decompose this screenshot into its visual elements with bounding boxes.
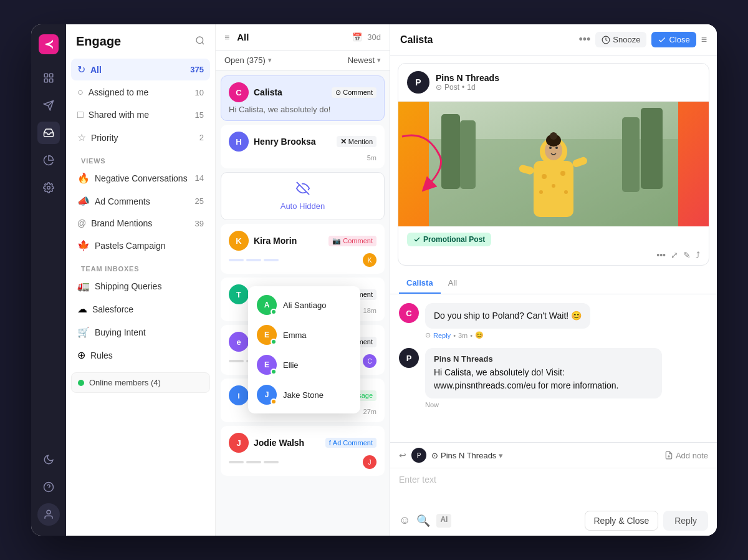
post-expand-icon[interactable]: ⤢ (671, 250, 678, 260)
conversations-header: ≡ All 📅 30d (216, 24, 390, 51)
nav-icon-profile[interactable] (37, 67, 60, 89)
threads-channel-icon: ⊙ (431, 451, 438, 460)
post-card: P Pins N Threads ⊙ Post • 1d (398, 63, 709, 266)
reply-meta[interactable]: Reply (433, 332, 451, 339)
messages-area: C Do you ship to Poland? Can't Wait! 😊 ⊙… (390, 294, 717, 442)
sidebar-item-shipping[interactable]: 🚛 Shipping Queries (71, 275, 210, 297)
reply-close-button[interactable]: Reply & Close (585, 511, 659, 531)
calista-msg-text: Do you ship to Poland? Can't Wait! 😊 (434, 309, 582, 322)
search-icon[interactable] (195, 36, 205, 48)
close-conversation-button[interactable]: Close (651, 32, 696, 47)
sidebar-item-assigned[interactable]: ○ Assigned to me 10 (71, 82, 210, 103)
tab-all[interactable]: All (441, 273, 464, 294)
nav-icon-moon[interactable] (37, 448, 60, 471)
hawkins-time: 27m (363, 408, 376, 415)
post-brand-name: Pins N Threads (436, 73, 700, 83)
svg-rect-1 (50, 74, 53, 77)
search-gif-icon[interactable]: 🔍 (416, 514, 430, 528)
sidebar-item-buying[interactable]: 🛒 Buying Intent (71, 321, 210, 343)
rules-icon: ⊕ (77, 349, 85, 361)
conversation-item-jodie[interactable]: J Jodie Walsh f Ad Comment J (221, 426, 385, 476)
hamburger-icon[interactable]: ≡ (224, 32, 229, 42)
date-range-label: 30d (367, 32, 381, 42)
sidebar-buying-label: Buying Intent (95, 327, 146, 337)
nav-icon-settings[interactable] (37, 176, 60, 199)
emoji-picker-icon[interactable]: ☺ (399, 514, 410, 528)
conversation-item-calista[interactable]: C Calista ⊙ Comment Hi Calista, we absol… (221, 75, 385, 121)
nav-icon-send[interactable] (37, 94, 60, 117)
auto-hidden-label: Auto Hidden (230, 201, 375, 211)
agent-item-emma[interactable]: E Emma (248, 320, 360, 350)
priority-icon: ☆ (77, 132, 86, 143)
tab-calista[interactable]: Calista (399, 273, 441, 294)
svg-point-22 (542, 174, 547, 179)
sidebar-item-all[interactable]: ↻ All 375 (71, 59, 210, 80)
agent-item-jake[interactable]: J Jake Stone (248, 380, 360, 410)
detail-menu-icon[interactable]: ≡ (701, 34, 707, 46)
sidebar-all-count: 375 (190, 65, 204, 74)
nav-icon-user-bottom[interactable] (37, 503, 60, 526)
buying-icon: 🛒 (77, 326, 90, 338)
open-filter-btn[interactable]: Open (375) ▾ (224, 56, 272, 65)
auto-hidden-card: Auto Hidden (221, 172, 385, 220)
agent-item-ali[interactable]: A Ali Santiago (248, 290, 360, 320)
emma-name: Emma (283, 331, 307, 340)
icon-sidebar: ≺ (31, 24, 66, 536)
agents-dropdown: A Ali Santiago E Emma E Ellie J Jake (248, 286, 360, 413)
threads-post-icon: ⊙ (436, 83, 442, 92)
agent-item-ellie[interactable]: E Ellie (248, 350, 360, 380)
online-dot (78, 380, 84, 386)
reply-arrow-icon: ↩ (399, 450, 406, 460)
open-filter-label: Open (375) (224, 56, 266, 65)
sidebar-salesforce-label: Salesforce (92, 304, 133, 314)
reply-button[interactable]: Reply (663, 511, 708, 531)
nav-icon-analytics[interactable] (37, 149, 60, 171)
sidebar-item-brand-mentions[interactable]: @ Brand Mentions 39 (71, 213, 210, 233)
post-image (398, 102, 709, 226)
add-note-button[interactable]: Add note (664, 451, 708, 460)
sidebar-item-negative[interactable]: 🔥 Negative Conversations 14 (71, 167, 210, 189)
conversation-item-kira[interactable]: K Kira Morin 📷 Comment K (221, 224, 385, 274)
sidebar-item-shared[interactable]: □ Shared with me 15 (71, 104, 210, 125)
sidebar-assigned-count: 10 (195, 88, 204, 97)
sidebar-item-priority[interactable]: ☆ Priority 2 (71, 127, 210, 148)
online-members[interactable]: Online members (4) (71, 372, 210, 393)
reply-dropdown-arrow[interactable]: ▾ (499, 451, 503, 460)
sidebar-item-rules[interactable]: ⊕ Rules (71, 344, 210, 366)
message-row-brand: P Pins N Threads Hi Calista, we absolute… (399, 348, 708, 408)
reply-footer-icons: ☺ 🔍 AI (399, 514, 451, 528)
newest-filter-btn[interactable]: Newest ▾ (348, 56, 381, 65)
brand-mentions-icon: @ (77, 218, 86, 228)
nav-icon-inbox[interactable] (37, 122, 60, 144)
post-actions-row: ••• ⤢ ✎ ⤴ (398, 246, 709, 265)
msg-time: 3m (458, 332, 467, 339)
post-edit-icon[interactable]: ✎ (683, 250, 691, 260)
post-share-icon[interactable]: ⤴ (696, 250, 700, 260)
ellie-avatar: E (257, 355, 277, 375)
jodie-badge: f Ad Comment (325, 438, 376, 448)
svg-point-6 (47, 186, 50, 190)
brand-logo: ≺ (39, 34, 59, 54)
ai-icon[interactable]: AI (436, 514, 451, 528)
sidebar-item-ad-comments[interactable]: 📣 Ad Comments 25 (71, 190, 210, 212)
post-more-icon[interactable]: ••• (656, 250, 666, 260)
kira-name: Kira Morin (254, 236, 297, 246)
conversation-item-henry[interactable]: H Henry Brooksa ✕ Mention 5m (221, 125, 385, 168)
sidebar-item-pastels[interactable]: 🍁 Pastels Campaign (71, 234, 210, 256)
conversations-panel: ≡ All 📅 30d Open (375) ▾ Newest ▾ (216, 24, 390, 536)
message-row-calista: C Do you ship to Poland? Can't Wait! 😊 ⊙… (399, 303, 708, 339)
emoji-react[interactable]: 😊 (475, 331, 484, 339)
reply-text-input[interactable]: Enter text (390, 468, 717, 506)
negative-icon: 🔥 (77, 172, 90, 184)
sidebar-nav: ↻ All 375 ○ Assigned to me 10 □ Shared w… (66, 59, 215, 367)
instagram-icon: 📷 (332, 237, 341, 245)
more-options-icon[interactable]: ••• (578, 33, 590, 46)
open-filter-arrow: ▾ (268, 56, 272, 64)
sidebar-shared-label: Shared with me (89, 110, 149, 120)
newest-filter-arrow: ▾ (377, 56, 381, 64)
detail-header: Calista ••• Snooze Close ≡ (390, 24, 717, 56)
snooze-button[interactable]: Snooze (595, 32, 646, 47)
reply-brand-avatar: P (411, 448, 426, 463)
nav-icon-help[interactable] (37, 476, 60, 498)
sidebar-item-salesforce[interactable]: ☁ Salesforce (71, 298, 210, 320)
